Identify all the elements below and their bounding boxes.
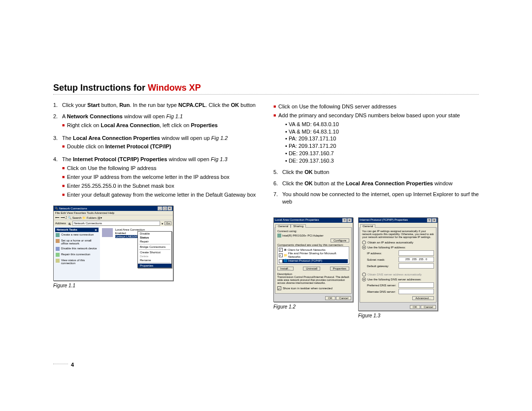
step-4: 4. The Internet Protocol (TCP/IP) Proper…: [53, 156, 259, 200]
ctx-bridge[interactable]: Bridge Connections: [138, 245, 171, 249]
go-button[interactable]: Go: [165, 221, 171, 225]
ctx-disable[interactable]: Disable: [138, 232, 171, 236]
step-2: 2. A Network Connections window will ope…: [53, 113, 259, 131]
ok-button[interactable]: OK: [325, 296, 335, 300]
title-prefix: Setup Instructions for: [53, 83, 148, 93]
address-input[interactable]: [72, 221, 160, 226]
figure-1-2: Local Area Connection Properties ?✕ Gene…: [273, 217, 353, 302]
configure-button[interactable]: Configure: [331, 239, 349, 242]
lac-icon[interactable]: [102, 228, 113, 237]
title-divider: [53, 94, 479, 95]
ctx-properties[interactable]: Properties: [138, 264, 171, 268]
ctx-repair[interactable]: Repair: [138, 240, 171, 243]
title-suffix: Windows XP: [148, 83, 201, 93]
ctx-rename[interactable]: Rename: [138, 258, 171, 262]
step-5: 5.Click the OK button: [273, 169, 479, 176]
uninstall-button[interactable]: Uninstall: [303, 267, 320, 271]
figure-1-2-caption: Figure 1.2: [273, 304, 353, 309]
figure-1-1-caption: Figure 1.1: [53, 283, 75, 288]
step-3: 3. The Local Area Connection Properties …: [53, 135, 259, 152]
install-button[interactable]: Install...: [277, 267, 294, 271]
left-column: 1. Click your Start button, Run. In the …: [53, 102, 259, 318]
cancel-button[interactable]: Cancel: [421, 305, 436, 309]
ctx-delete: Delete: [138, 254, 171, 258]
ctx-shortcut[interactable]: Create Shortcut: [138, 250, 171, 254]
ok-button[interactable]: OK: [410, 305, 420, 309]
step-1: 1. Click your Start button, Run. In the …: [53, 102, 259, 109]
right-column: ■Click on Use the following DNS server a…: [273, 102, 479, 318]
ctx-status[interactable]: Status: [138, 236, 171, 240]
figure-1-3: Internet Protocol (TCP/IP) Properties ?✕…: [358, 217, 438, 311]
page-number: 4: [71, 362, 74, 368]
figure-1-1: 🔌 Network Connections _▢✕ File Edit View…: [53, 206, 173, 281]
context-menu: Disable Status Repair Bridge Connections…: [137, 231, 172, 268]
step-7: 7.You should now be connected to the int…: [273, 191, 479, 206]
cancel-button[interactable]: Cancel: [336, 296, 351, 300]
figure-1-3-caption: Figure 1.3: [358, 313, 438, 318]
advanced-button[interactable]: Advanced...: [412, 296, 434, 300]
page-title: Setup Instructions for Windows XP: [53, 83, 479, 93]
step-6: 6.Click the OK button at the Local Area …: [273, 180, 479, 187]
footer-dotline: [53, 364, 68, 364]
properties-button[interactable]: Properties: [330, 267, 349, 271]
